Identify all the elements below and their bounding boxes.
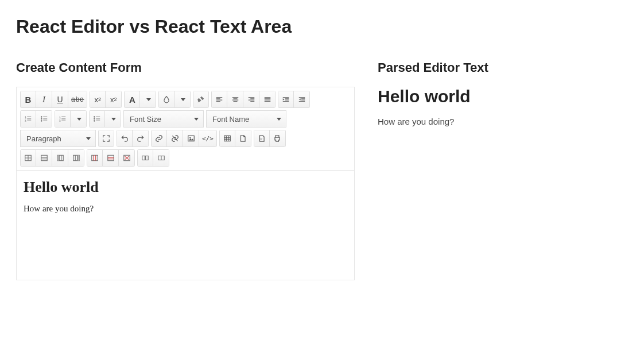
broom-icon <box>197 95 205 103</box>
parsed-heading: Hello world <box>378 87 628 106</box>
insert-table-button[interactable] <box>219 130 235 147</box>
clear-formatting-button[interactable] <box>193 91 209 108</box>
editor-content-area[interactable]: Hello world How are you doing? <box>17 171 354 280</box>
svg-rect-17 <box>41 155 47 160</box>
indent-button[interactable] <box>278 91 294 108</box>
page-title: React Editor vs React Text Area <box>16 16 628 37</box>
table-icon <box>223 134 231 142</box>
drop-icon <box>162 95 170 103</box>
italic-button[interactable]: I <box>36 91 52 108</box>
pdf-icon: P <box>258 134 266 142</box>
image-icon <box>187 134 195 142</box>
align-justify-button[interactable] <box>259 91 276 108</box>
align-right-icon <box>247 95 255 103</box>
unlink-button[interactable] <box>167 130 183 147</box>
table-wizard-button[interactable] <box>20 149 36 167</box>
svg-text:3: 3 <box>59 119 61 122</box>
parsed-output: Hello world How are you doing? <box>378 87 628 126</box>
unlink-icon <box>171 134 179 142</box>
redo-button[interactable] <box>133 130 149 147</box>
fullscreen-icon <box>102 134 110 142</box>
table-del-row-icon <box>107 154 115 162</box>
outdent-icon <box>298 95 306 103</box>
table-col-left-icon <box>56 154 64 162</box>
subscript-button[interactable]: x2 <box>90 91 106 108</box>
content-paragraph: How are you doing? <box>24 204 347 214</box>
redo-icon <box>137 134 145 142</box>
table-delete-col-button[interactable] <box>87 149 103 167</box>
table-delete-row-button[interactable] <box>103 149 119 167</box>
fullscreen-button[interactable] <box>98 130 114 147</box>
table-add-col-left-button[interactable] <box>52 149 68 167</box>
svg-rect-23 <box>107 155 114 160</box>
table-row-icon <box>40 154 48 162</box>
highlight-button[interactable] <box>158 91 174 108</box>
parsed-title: Parsed Editor Text <box>378 60 628 75</box>
table-delete-button[interactable] <box>119 149 135 167</box>
bold-button[interactable]: B <box>20 91 36 108</box>
font-color-button[interactable]: A <box>124 91 140 108</box>
unordered-list-icon <box>93 115 101 123</box>
editor-toolbar: B I U abc x2 x2 A <box>17 87 354 171</box>
view-html-button[interactable]: </> <box>199 130 217 147</box>
align-right-button[interactable] <box>243 91 259 108</box>
merge-icon <box>141 154 149 162</box>
svg-point-3 <box>41 116 42 117</box>
link-button[interactable] <box>151 130 167 147</box>
insert-file-button[interactable] <box>235 130 251 147</box>
svg-point-9 <box>94 116 95 117</box>
font-color-dropdown[interactable] <box>140 91 156 108</box>
align-left-icon <box>215 95 223 103</box>
font-size-dropdown[interactable]: Font Size <box>123 110 204 128</box>
svg-rect-14 <box>224 136 231 141</box>
svg-text:3: 3 <box>25 119 26 122</box>
ordered-list-icon: 123 <box>59 115 67 123</box>
indent-icon <box>282 95 290 103</box>
strikethrough-button[interactable]: abc <box>68 91 87 108</box>
print-icon <box>273 134 281 142</box>
svg-text:P: P <box>261 138 262 141</box>
ordered-list-type-button[interactable]: 123 <box>55 110 71 128</box>
svg-rect-25 <box>142 156 145 160</box>
svg-point-4 <box>41 118 42 119</box>
table-add-col-right-button[interactable] <box>68 149 84 167</box>
svg-rect-22 <box>92 155 98 160</box>
table-del-col-icon <box>91 154 99 162</box>
table-grid-icon <box>24 154 32 162</box>
table-add-row-button[interactable] <box>36 149 52 167</box>
print-button[interactable] <box>270 130 286 147</box>
undo-icon <box>121 134 129 142</box>
align-center-icon <box>231 95 239 103</box>
font-name-dropdown[interactable]: Font Name <box>206 110 286 128</box>
svg-point-5 <box>41 120 42 121</box>
form-title: Create Content Form <box>16 60 355 75</box>
superscript-button[interactable]: x2 <box>106 91 122 108</box>
unordered-list-type-dropdown[interactable] <box>105 110 121 128</box>
ordered-list-type-dropdown[interactable] <box>71 110 87 128</box>
parsed-paragraph: How are you doing? <box>378 117 628 126</box>
image-button[interactable] <box>183 130 199 147</box>
highlight-dropdown[interactable] <box>174 91 191 108</box>
pdf-export-button[interactable]: P <box>254 130 270 147</box>
svg-rect-26 <box>146 156 149 160</box>
file-icon <box>239 134 247 142</box>
align-center-button[interactable] <box>227 91 243 108</box>
unordered-list-type-button[interactable] <box>89 110 105 128</box>
merge-cells-button[interactable] <box>137 149 153 167</box>
align-justify-icon <box>263 95 271 103</box>
table-col-right-icon <box>72 154 80 162</box>
svg-point-11 <box>94 120 95 121</box>
split-icon <box>157 154 165 162</box>
rich-text-editor: B I U abc x2 x2 A <box>16 87 355 280</box>
undo-button[interactable] <box>117 130 133 147</box>
split-cell-button[interactable] <box>153 149 169 167</box>
unordered-list-button[interactable] <box>36 110 52 128</box>
svg-point-13 <box>189 137 191 138</box>
align-left-button[interactable] <box>211 91 227 108</box>
paragraph-format-dropdown[interactable]: Paragraph <box>20 130 96 147</box>
ordered-list-button[interactable]: 123 <box>20 110 36 128</box>
link-icon <box>155 134 163 142</box>
underline-button[interactable]: U <box>52 91 68 108</box>
outdent-button[interactable] <box>294 91 310 108</box>
content-heading: Hello world <box>24 179 347 196</box>
